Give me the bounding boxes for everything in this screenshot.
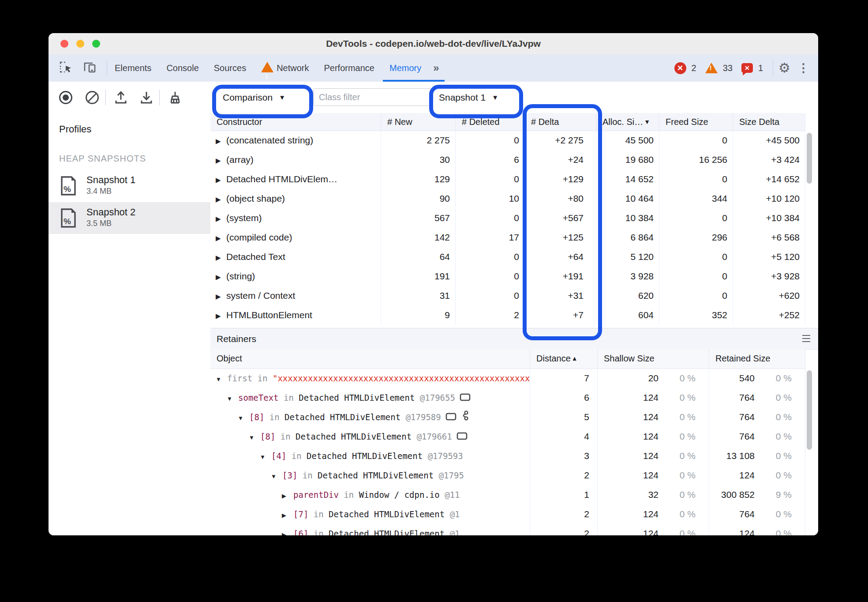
- column-header-shallow-size[interactable]: Shallow Size: [598, 349, 709, 369]
- shallow-size-percent: 0 %: [658, 369, 709, 388]
- class-filter-input[interactable]: [313, 88, 432, 106]
- tab-network[interactable]: Network: [254, 54, 316, 82]
- column-header-size-delta[interactable]: Size Delta: [733, 113, 805, 131]
- inspect-element-icon[interactable]: [59, 60, 72, 75]
- distance-cell: 6: [530, 388, 598, 407]
- retainer-row[interactable]: ▼[3] in Detached HTMLDivElement @1795212…: [210, 466, 805, 485]
- retainer-object-name: Detached HTMLDivElement: [296, 432, 412, 441]
- window-title: DevTools - codepen.io/web-dot-dev/live/L…: [49, 33, 818, 54]
- expand-arrow-icon: ▶: [216, 306, 226, 325]
- shallow-size-cell: 1240 %: [598, 388, 709, 407]
- retained-size-cell: 7640 %: [709, 407, 805, 427]
- more-tabs-button[interactable]: »: [429, 62, 442, 74]
- kebab-menu-icon[interactable]: ⋮: [796, 61, 809, 75]
- retainer-object-id: @179589: [400, 412, 441, 422]
- column-header-deleted[interactable]: # Deleted: [456, 113, 525, 131]
- constructor-scrollbar[interactable]: [805, 131, 813, 325]
- retainer-row[interactable]: ▶[6] in Detached HTMLDivElement @121240 …: [210, 524, 805, 535]
- shallow-size-cell: 1240 %: [598, 524, 709, 535]
- retainer-object-name: Window / cdpn.io: [359, 490, 440, 500]
- sidebar-item-snapshot-1[interactable]: % Snapshot 1 3.4 MB: [49, 170, 210, 202]
- node-graph-icon[interactable]: [461, 408, 469, 427]
- delta-count-cell: +129: [525, 169, 596, 189]
- collapse-arrow-icon: ▼: [227, 389, 238, 407]
- constructor-name: HTMLButtonElement: [226, 310, 312, 320]
- constructor-row[interactable]: ▶(object shape)9010+8010 464344+10 120: [210, 189, 805, 208]
- console-errors-icon[interactable]: ✕: [674, 62, 686, 74]
- retainer-row[interactable]: ▼[8] in Detached HTMLDivElement @1795895…: [210, 407, 805, 427]
- constructor-scrollbar-thumb[interactable]: [807, 133, 812, 184]
- alloc-size-cell: 19 680: [596, 150, 659, 169]
- sidebar-item-snapshot-2[interactable]: % Snapshot 2 3.5 MB: [49, 202, 210, 234]
- retainer-property-name: [8]: [249, 412, 264, 422]
- collapse-arrow-icon: ▼: [216, 370, 227, 388]
- tab-performance[interactable]: Performance: [317, 54, 382, 82]
- constructor-row[interactable]: ▶HTMLButtonElement92+7604352+252: [210, 305, 805, 325]
- retainers-menu-icon[interactable]: [802, 335, 810, 344]
- retained-size-percent: 0 %: [755, 524, 805, 535]
- constructor-row[interactable]: ▶system / Context310+316200+620: [210, 286, 805, 305]
- toggle-device-toolbar-icon[interactable]: [83, 60, 97, 75]
- retainer-row[interactable]: ▶parentDiv in Window / cdpn.io @111320 %…: [210, 485, 805, 504]
- settings-gear-icon[interactable]: ⚙: [778, 61, 790, 75]
- retained-size-percent: 0 %: [755, 407, 805, 427]
- constructor-name: (array): [226, 154, 254, 165]
- console-warnings-icon[interactable]: [705, 63, 718, 73]
- retainer-object-cell: ▼[8] in Detached HTMLDivElement @179589: [210, 407, 530, 427]
- save-profile-icon[interactable]: [139, 90, 153, 105]
- freed-size-cell: 0: [659, 208, 733, 228]
- constructor-row[interactable]: ▶(string)1910+1913 9280+3 928: [210, 267, 805, 286]
- tab-console[interactable]: Console: [159, 54, 206, 82]
- retainer-property-name: [6]: [293, 529, 308, 535]
- column-header-freed-size[interactable]: Freed Size: [659, 113, 733, 131]
- expand-arrow-icon: ▶: [216, 209, 226, 228]
- retainer-row[interactable]: ▼[4] in Detached HTMLDivElement @1795933…: [210, 446, 805, 466]
- constructor-row[interactable]: ▶(concatenated string)2 2750+2 27545 500…: [210, 131, 805, 150]
- column-header-new[interactable]: # New: [381, 113, 456, 131]
- retainer-row[interactable]: ▼first in "xxxxxxxxxxxxxxxxxxxxxxxxxxxxx…: [210, 369, 805, 388]
- retainer-object-cell: ▼[8] in Detached HTMLDivElement @179661: [210, 427, 530, 446]
- column-header-retained-size[interactable]: Retained Size: [709, 349, 805, 369]
- constructor-row[interactable]: ▶(system)5670+56710 3840+10 384: [210, 208, 805, 228]
- retainer-row[interactable]: ▼someText in Detached HTMLDivElement @17…: [210, 388, 805, 407]
- profiles-sidebar: Profiles HEAP SNAPSHOTS % Snapshot 1 3.4…: [49, 113, 211, 535]
- retainer-row[interactable]: ▶[7] in Detached HTMLDivElement @121240 …: [210, 504, 805, 524]
- constructor-row[interactable]: ▶(array)306+2419 68016 256+3 424: [210, 150, 805, 169]
- freed-size-cell: 0: [659, 286, 733, 305]
- base-snapshot-dropdown[interactable]: Snapshot 1 ▼: [439, 92, 498, 103]
- retained-size-value: 764: [709, 388, 755, 407]
- shallow-size-value: 124: [598, 446, 658, 466]
- tab-elements[interactable]: Elements: [107, 54, 159, 82]
- column-header-constructor[interactable]: Constructor: [210, 113, 381, 131]
- constructor-row[interactable]: ▶(compiled code)14217+1256 864296+6 568: [210, 228, 805, 247]
- tab-memory[interactable]: Memory: [382, 54, 429, 82]
- tab-sources[interactable]: Sources: [206, 54, 254, 82]
- clear-profiles-icon[interactable]: [85, 90, 100, 105]
- retainer-row[interactable]: ▼[8] in Detached HTMLDivElement @1796614…: [210, 427, 805, 446]
- retainers-scrollbar[interactable]: [805, 369, 813, 535]
- record-heap-snapshot-icon[interactable]: [58, 90, 73, 105]
- load-profile-icon[interactable]: [114, 90, 128, 105]
- reveal-box-icon[interactable]: [460, 389, 471, 407]
- broom-clear-icon[interactable]: [168, 90, 183, 105]
- freed-size-cell: 352: [659, 305, 733, 325]
- constructor-row[interactable]: ▶Detached HTMLDivElem…1290+12914 6520+14…: [210, 169, 805, 189]
- retainers-scrollbar-thumb[interactable]: [807, 370, 812, 450]
- distance-cell: 4: [530, 427, 598, 446]
- reveal-box-icon[interactable]: [445, 408, 457, 427]
- retainer-property-name: [4]: [271, 451, 286, 461]
- column-header-object[interactable]: Object: [210, 349, 530, 369]
- column-header-alloc-size[interactable]: Alloc. Si…▼: [596, 113, 659, 131]
- retainer-object-name: Detached HTMLDivElement: [299, 393, 415, 403]
- reveal-box-icon[interactable]: [456, 428, 468, 446]
- column-header-delta[interactable]: # Delta: [525, 113, 596, 131]
- distance-cell: 2: [530, 466, 598, 485]
- retainer-in-label: in: [279, 393, 299, 403]
- issues-icon[interactable]: ✕: [741, 63, 753, 73]
- perspective-dropdown[interactable]: Comparison ▼: [223, 92, 285, 103]
- column-header-distance[interactable]: Distance▲: [530, 349, 598, 369]
- constructor-row[interactable]: ▶Detached Text640+645 1200+5 120: [210, 247, 805, 267]
- retainer-object-name: Detached HTMLDivElement: [318, 470, 434, 480]
- shallow-size-percent: 0 %: [658, 446, 709, 466]
- shallow-size-cell: 1240 %: [598, 504, 709, 524]
